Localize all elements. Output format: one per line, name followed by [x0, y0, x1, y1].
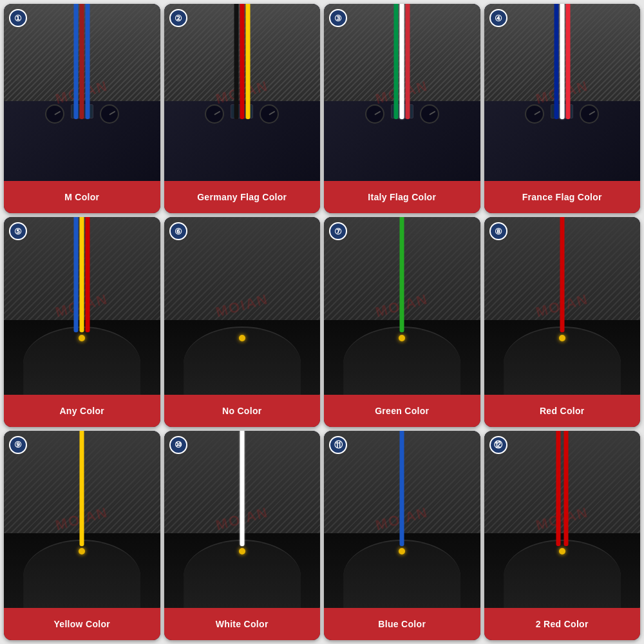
- card-number-11: ⑪: [329, 436, 347, 454]
- card-number-10: ⑩: [169, 436, 187, 454]
- card-label-11: Blue Color: [324, 608, 480, 640]
- card-number-1: ①: [9, 9, 27, 27]
- card-3[interactable]: ③MOIANItaly Flag Color: [324, 4, 480, 213]
- card-label-1: M Color: [4, 181, 160, 213]
- card-number-3: ③: [329, 9, 347, 27]
- card-12[interactable]: ⑫MOIAN2 Red Color: [484, 431, 641, 640]
- card-8[interactable]: ⑧MOIANRed Color: [484, 217, 641, 426]
- card-number-8: ⑧: [489, 222, 507, 240]
- card-number-12: ⑫: [489, 436, 507, 454]
- card-6[interactable]: ⑥MOIANNo Color: [164, 217, 321, 426]
- card-label-10: White Color: [164, 608, 321, 640]
- card-label-4: France Flag Color: [484, 181, 641, 213]
- card-1[interactable]: ①MOIANM Color: [4, 4, 160, 213]
- card-label-7: Green Color: [324, 395, 480, 427]
- card-label-2: Germany Flag Color: [164, 181, 321, 213]
- card-10[interactable]: ⑩MOIANWhite Color: [164, 431, 321, 640]
- card-number-4: ④: [489, 9, 507, 27]
- card-number-6: ⑥: [169, 222, 187, 240]
- card-9[interactable]: ⑨MOIANYellow Color: [4, 431, 160, 640]
- card-7[interactable]: ⑦MOIANGreen Color: [324, 217, 480, 426]
- card-11[interactable]: ⑪MOIANBlue Color: [324, 431, 480, 640]
- card-label-8: Red Color: [484, 395, 641, 427]
- card-label-5: Any Color: [4, 395, 160, 427]
- card-2[interactable]: ②MOIANGermany Flag Color: [164, 4, 321, 213]
- card-label-6: No Color: [164, 395, 321, 427]
- card-4[interactable]: ④MOIANFrance Flag Color: [484, 4, 641, 213]
- card-label-12: 2 Red Color: [484, 608, 641, 640]
- card-5[interactable]: ⑤MOIANAny Color: [4, 217, 160, 426]
- card-number-2: ②: [169, 9, 187, 27]
- card-label-9: Yellow Color: [4, 608, 160, 640]
- card-number-9: ⑨: [9, 436, 27, 454]
- product-grid: ①MOIANM Color②MOIANGermany Flag Color③MO…: [0, 0, 644, 644]
- card-label-3: Italy Flag Color: [324, 181, 480, 213]
